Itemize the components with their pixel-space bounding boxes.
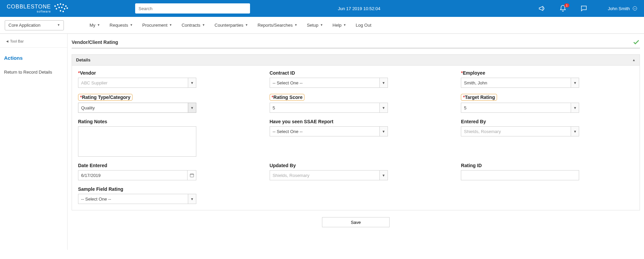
svg-point-11 [63, 11, 64, 12]
collapse-icon: ▲ [632, 58, 636, 62]
svg-point-0 [54, 5, 56, 7]
sample-rating-select-toggle[interactable]: ▼ [188, 194, 196, 204]
logo: COBBLESTONE software [7, 3, 135, 14]
target-rating-select-toggle[interactable]: ▼ [571, 103, 579, 113]
content: Vendor/Client Rating Details ▲ *Vendor A… [68, 34, 644, 250]
svg-point-6 [58, 7, 60, 8]
field-contract-id: Contract ID -- Select One -- ▼ [270, 70, 442, 88]
nav-procurement[interactable]: Procurement▼ [142, 23, 172, 28]
chevron-down-icon: ▼ [130, 23, 133, 27]
chat-icon[interactable] [580, 5, 588, 12]
svg-point-12 [633, 6, 637, 10]
search-input[interactable] [135, 3, 250, 14]
details-panel-head[interactable]: Details ▲ [72, 55, 640, 66]
nav-setup[interactable]: Setup▼ [307, 23, 323, 28]
field-sample-rating: Sample Field Rating -- Select One -- ▼ [78, 186, 251, 204]
nav-logout[interactable]: Log Out [356, 23, 371, 28]
ssae-select-toggle[interactable]: ▼ [380, 126, 388, 136]
field-rating-type: *Rating Type/Category Quality ▼ [78, 94, 251, 113]
field-rating-notes: Rating Notes [78, 119, 251, 157]
svg-point-7 [61, 7, 63, 8]
svg-point-8 [64, 8, 65, 9]
notification-badge: 1 [564, 3, 569, 7]
details-panel: Details ▲ *Vendor ABC Supplier ▼ Contrac… [72, 54, 640, 210]
vendor-select[interactable]: ABC Supplier [78, 78, 188, 88]
field-rating-id: Rating ID [461, 163, 634, 180]
top-icons: 1 [538, 5, 588, 12]
megaphone-icon[interactable] [538, 5, 546, 12]
chevron-down-icon: ▼ [97, 23, 100, 27]
user-menu[interactable]: John Smith [608, 6, 637, 11]
target-rating-select[interactable]: 5 [461, 103, 571, 113]
svg-point-9 [67, 7, 68, 9]
sample-rating-select[interactable]: -- Select One -- [78, 194, 188, 204]
rating-type-select-toggle[interactable]: ▼ [188, 103, 196, 113]
chevron-down-icon: ▼ [320, 23, 323, 27]
actions-heading: Actions [0, 48, 67, 66]
page-title-row: Vendor/Client Rating [72, 38, 640, 48]
datetime: Jun 17 2019 10:52:04 [338, 6, 380, 11]
nav-contracts[interactable]: Contracts▼ [181, 23, 205, 28]
nav-reports[interactable]: Reports/Searches▼ [257, 23, 297, 28]
rating-score-select[interactable]: 5 [270, 103, 380, 113]
chevron-down-icon: ▼ [202, 23, 205, 27]
rating-id-input[interactable] [461, 170, 579, 180]
svg-rect-13 [190, 174, 194, 177]
field-date-entered: Date Entered 6/17/2019 [78, 163, 251, 180]
page-title: Vendor/Client Rating [72, 40, 118, 45]
calendar-icon[interactable] [188, 170, 196, 180]
svg-point-10 [60, 10, 61, 11]
svg-point-4 [65, 5, 67, 7]
nav-row: Core Application ▼ My▼ Requests▼ Procure… [0, 17, 644, 34]
core-application-select[interactable]: Core Application ▼ [5, 20, 64, 30]
sidebar-return-link[interactable]: Return to Record Details [0, 66, 67, 78]
updated-by-select-toggle: ▼ [380, 170, 388, 180]
save-button[interactable]: Save [322, 217, 390, 227]
field-employee: *Employee Smith, John ▼ [461, 70, 634, 88]
nav-help[interactable]: Help▼ [332, 23, 346, 28]
employee-select-toggle[interactable]: ▼ [571, 78, 579, 88]
updated-by-select: Shields, Rosemary [270, 170, 380, 180]
nav-my[interactable]: My▼ [90, 23, 100, 28]
svg-point-1 [57, 4, 58, 5]
date-entered-input[interactable]: 6/17/2019 [78, 170, 188, 180]
rating-notes-textarea[interactable] [78, 126, 196, 157]
top-bar: COBBLESTONE software Jun 17 2019 10:52:0… [0, 0, 644, 17]
chevron-down-icon [633, 6, 637, 11]
core-application-label: Core Application [8, 23, 41, 28]
employee-select[interactable]: Smith, John [461, 78, 571, 88]
contract-id-select-toggle[interactable]: ▼ [380, 78, 388, 88]
svg-point-3 [63, 4, 64, 5]
bell-icon[interactable]: 1 [559, 5, 567, 12]
nav-counterparties[interactable]: Counterparties▼ [215, 23, 248, 28]
field-entered-by: Entered By Shields, Rosemary ▼ [461, 119, 634, 157]
logo-subtext: software [7, 10, 51, 13]
field-rating-score: *Rating Score 5 ▼ [270, 94, 442, 113]
chevron-down-icon: ▼ [343, 23, 346, 27]
chevron-down-icon: ▼ [169, 23, 172, 27]
rating-type-select[interactable]: Quality [78, 103, 188, 113]
field-vendor: *Vendor ABC Supplier ▼ [78, 70, 251, 88]
search-wrap [135, 3, 250, 14]
contract-id-select[interactable]: -- Select One -- [270, 78, 380, 88]
logo-dots-icon [53, 3, 69, 14]
sidebar: ◄ Tool Bar Actions Return to Record Deta… [0, 34, 68, 250]
rating-score-select-toggle[interactable]: ▼ [380, 103, 388, 113]
field-updated-by: Updated By Shields, Rosemary ▼ [270, 163, 442, 180]
svg-point-5 [56, 8, 57, 9]
field-target-rating: *Target Rating 5 ▼ [461, 94, 634, 113]
field-ssae: Have you seen SSAE Report -- Select One … [270, 119, 442, 157]
toolbar-toggle[interactable]: ◄ Tool Bar [0, 37, 67, 48]
chevron-down-icon: ▼ [57, 23, 60, 27]
details-panel-title: Details [76, 57, 91, 62]
chevron-down-icon: ▼ [294, 23, 297, 27]
svg-point-2 [60, 3, 61, 5]
nav-requests[interactable]: Requests▼ [109, 23, 133, 28]
logo-text: COBBLESTONE [7, 4, 51, 9]
username-label: John Smith [608, 6, 630, 11]
ssae-select[interactable]: -- Select One -- [270, 126, 380, 136]
vendor-select-toggle[interactable]: ▼ [188, 78, 196, 88]
checkmark-icon [633, 38, 640, 46]
chevron-down-icon: ▼ [245, 23, 248, 27]
entered-by-select: Shields, Rosemary [461, 126, 571, 136]
